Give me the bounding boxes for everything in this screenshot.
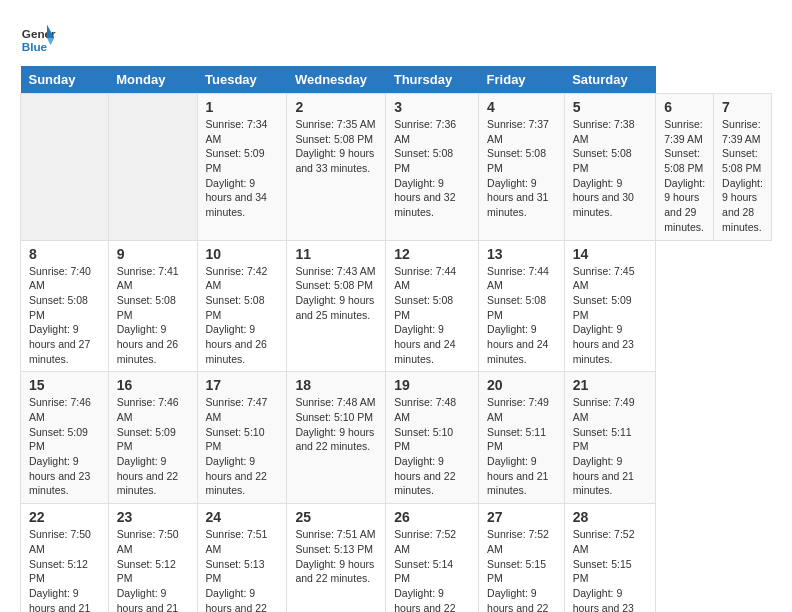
calendar-day-cell: 22Sunrise: 7:50 AMSunset: 5:12 PMDayligh… bbox=[21, 504, 109, 612]
day-number: 4 bbox=[487, 99, 556, 115]
day-info: Sunrise: 7:51 AMSunset: 5:13 PMDaylight:… bbox=[206, 527, 279, 612]
logo-icon: General Blue bbox=[20, 20, 56, 56]
day-info: Sunrise: 7:48 AMSunset: 5:10 PMDaylight:… bbox=[295, 395, 377, 454]
day-number: 21 bbox=[573, 377, 648, 393]
calendar-day-cell: 9Sunrise: 7:41 AMSunset: 5:08 PMDaylight… bbox=[108, 240, 197, 372]
day-number: 3 bbox=[394, 99, 470, 115]
day-number: 23 bbox=[117, 509, 189, 525]
day-number: 22 bbox=[29, 509, 100, 525]
day-number: 2 bbox=[295, 99, 377, 115]
day-number: 15 bbox=[29, 377, 100, 393]
day-number: 11 bbox=[295, 246, 377, 262]
day-info: Sunrise: 7:44 AMSunset: 5:08 PMDaylight:… bbox=[487, 264, 556, 367]
calendar-day-cell: 18Sunrise: 7:48 AMSunset: 5:10 PMDayligh… bbox=[287, 372, 386, 504]
svg-text:Blue: Blue bbox=[22, 40, 48, 53]
day-number: 24 bbox=[206, 509, 279, 525]
day-number: 17 bbox=[206, 377, 279, 393]
day-info: Sunrise: 7:39 AMSunset: 5:08 PMDaylight:… bbox=[664, 117, 705, 235]
weekday-header: Sunday bbox=[21, 66, 109, 94]
calendar-day-cell: 6Sunrise: 7:39 AMSunset: 5:08 PMDaylight… bbox=[656, 94, 714, 241]
day-info: Sunrise: 7:52 AMSunset: 5:15 PMDaylight:… bbox=[573, 527, 648, 612]
day-number: 14 bbox=[573, 246, 648, 262]
calendar-body: 1Sunrise: 7:34 AMSunset: 5:09 PMDaylight… bbox=[21, 94, 772, 613]
day-info: Sunrise: 7:44 AMSunset: 5:08 PMDaylight:… bbox=[394, 264, 470, 367]
day-info: Sunrise: 7:47 AMSunset: 5:10 PMDaylight:… bbox=[206, 395, 279, 498]
day-number: 10 bbox=[206, 246, 279, 262]
day-info: Sunrise: 7:50 AMSunset: 5:12 PMDaylight:… bbox=[117, 527, 189, 612]
day-number: 26 bbox=[394, 509, 470, 525]
calendar-week-row: 22Sunrise: 7:50 AMSunset: 5:12 PMDayligh… bbox=[21, 504, 772, 612]
weekday-header: Thursday bbox=[386, 66, 479, 94]
day-number: 18 bbox=[295, 377, 377, 393]
day-number: 1 bbox=[206, 99, 279, 115]
day-info: Sunrise: 7:34 AMSunset: 5:09 PMDaylight:… bbox=[206, 117, 279, 220]
calendar-day-cell: 24Sunrise: 7:51 AMSunset: 5:13 PMDayligh… bbox=[197, 504, 287, 612]
day-info: Sunrise: 7:39 AMSunset: 5:08 PMDaylight:… bbox=[722, 117, 763, 235]
day-number: 7 bbox=[722, 99, 763, 115]
day-number: 19 bbox=[394, 377, 470, 393]
calendar-day-cell: 5Sunrise: 7:38 AMSunset: 5:08 PMDaylight… bbox=[564, 94, 656, 241]
day-info: Sunrise: 7:40 AMSunset: 5:08 PMDaylight:… bbox=[29, 264, 100, 367]
day-info: Sunrise: 7:49 AMSunset: 5:11 PMDaylight:… bbox=[487, 395, 556, 498]
day-info: Sunrise: 7:46 AMSunset: 5:09 PMDaylight:… bbox=[117, 395, 189, 498]
day-info: Sunrise: 7:38 AMSunset: 5:08 PMDaylight:… bbox=[573, 117, 648, 220]
calendar-day-cell: 4Sunrise: 7:37 AMSunset: 5:08 PMDaylight… bbox=[479, 94, 565, 241]
calendar-day-cell: 27Sunrise: 7:52 AMSunset: 5:15 PMDayligh… bbox=[479, 504, 565, 612]
day-number: 28 bbox=[573, 509, 648, 525]
day-number: 5 bbox=[573, 99, 648, 115]
day-number: 27 bbox=[487, 509, 556, 525]
calendar-day-cell: 13Sunrise: 7:44 AMSunset: 5:08 PMDayligh… bbox=[479, 240, 565, 372]
calendar-day-cell: 11Sunrise: 7:43 AMSunset: 5:08 PMDayligh… bbox=[287, 240, 386, 372]
day-info: Sunrise: 7:51 AMSunset: 5:13 PMDaylight:… bbox=[295, 527, 377, 586]
calendar-day-cell: 28Sunrise: 7:52 AMSunset: 5:15 PMDayligh… bbox=[564, 504, 656, 612]
weekday-header: Friday bbox=[479, 66, 565, 94]
day-info: Sunrise: 7:43 AMSunset: 5:08 PMDaylight:… bbox=[295, 264, 377, 323]
calendar-day-cell: 16Sunrise: 7:46 AMSunset: 5:09 PMDayligh… bbox=[108, 372, 197, 504]
day-info: Sunrise: 7:37 AMSunset: 5:08 PMDaylight:… bbox=[487, 117, 556, 220]
day-number: 16 bbox=[117, 377, 189, 393]
calendar-day-cell: 3Sunrise: 7:36 AMSunset: 5:08 PMDaylight… bbox=[386, 94, 479, 241]
calendar-day-cell: 17Sunrise: 7:47 AMSunset: 5:10 PMDayligh… bbox=[197, 372, 287, 504]
day-info: Sunrise: 7:50 AMSunset: 5:12 PMDaylight:… bbox=[29, 527, 100, 612]
calendar-day-cell bbox=[108, 94, 197, 241]
day-info: Sunrise: 7:46 AMSunset: 5:09 PMDaylight:… bbox=[29, 395, 100, 498]
weekday-header: Saturday bbox=[564, 66, 656, 94]
calendar-day-cell: 19Sunrise: 7:48 AMSunset: 5:10 PMDayligh… bbox=[386, 372, 479, 504]
day-info: Sunrise: 7:42 AMSunset: 5:08 PMDaylight:… bbox=[206, 264, 279, 367]
calendar-day-cell: 12Sunrise: 7:44 AMSunset: 5:08 PMDayligh… bbox=[386, 240, 479, 372]
day-info: Sunrise: 7:52 AMSunset: 5:15 PMDaylight:… bbox=[487, 527, 556, 612]
day-info: Sunrise: 7:36 AMSunset: 5:08 PMDaylight:… bbox=[394, 117, 470, 220]
day-number: 25 bbox=[295, 509, 377, 525]
calendar-week-row: 15Sunrise: 7:46 AMSunset: 5:09 PMDayligh… bbox=[21, 372, 772, 504]
day-number: 9 bbox=[117, 246, 189, 262]
svg-marker-3 bbox=[47, 38, 54, 45]
calendar-day-cell: 1Sunrise: 7:34 AMSunset: 5:09 PMDaylight… bbox=[197, 94, 287, 241]
day-info: Sunrise: 7:49 AMSunset: 5:11 PMDaylight:… bbox=[573, 395, 648, 498]
day-number: 20 bbox=[487, 377, 556, 393]
calendar-day-cell bbox=[21, 94, 109, 241]
calendar-day-cell: 26Sunrise: 7:52 AMSunset: 5:14 PMDayligh… bbox=[386, 504, 479, 612]
day-info: Sunrise: 7:48 AMSunset: 5:10 PMDaylight:… bbox=[394, 395, 470, 498]
day-info: Sunrise: 7:41 AMSunset: 5:08 PMDaylight:… bbox=[117, 264, 189, 367]
day-number: 8 bbox=[29, 246, 100, 262]
calendar-day-cell: 8Sunrise: 7:40 AMSunset: 5:08 PMDaylight… bbox=[21, 240, 109, 372]
calendar-day-cell: 7Sunrise: 7:39 AMSunset: 5:08 PMDaylight… bbox=[714, 94, 772, 241]
day-info: Sunrise: 7:52 AMSunset: 5:14 PMDaylight:… bbox=[394, 527, 470, 612]
day-number: 13 bbox=[487, 246, 556, 262]
day-number: 12 bbox=[394, 246, 470, 262]
calendar-day-cell: 15Sunrise: 7:46 AMSunset: 5:09 PMDayligh… bbox=[21, 372, 109, 504]
calendar-header-row: SundayMondayTuesdayWednesdayThursdayFrid… bbox=[21, 66, 772, 94]
day-number: 6 bbox=[664, 99, 705, 115]
day-info: Sunrise: 7:45 AMSunset: 5:09 PMDaylight:… bbox=[573, 264, 648, 367]
logo: General Blue bbox=[20, 20, 56, 56]
weekday-header: Tuesday bbox=[197, 66, 287, 94]
calendar-day-cell: 20Sunrise: 7:49 AMSunset: 5:11 PMDayligh… bbox=[479, 372, 565, 504]
calendar-week-row: 1Sunrise: 7:34 AMSunset: 5:09 PMDaylight… bbox=[21, 94, 772, 241]
calendar-week-row: 8Sunrise: 7:40 AMSunset: 5:08 PMDaylight… bbox=[21, 240, 772, 372]
calendar-day-cell: 25Sunrise: 7:51 AMSunset: 5:13 PMDayligh… bbox=[287, 504, 386, 612]
page-header: General Blue bbox=[20, 20, 772, 56]
weekday-header: Wednesday bbox=[287, 66, 386, 94]
calendar-day-cell: 21Sunrise: 7:49 AMSunset: 5:11 PMDayligh… bbox=[564, 372, 656, 504]
day-info: Sunrise: 7:35 AMSunset: 5:08 PMDaylight:… bbox=[295, 117, 377, 176]
calendar-day-cell: 14Sunrise: 7:45 AMSunset: 5:09 PMDayligh… bbox=[564, 240, 656, 372]
